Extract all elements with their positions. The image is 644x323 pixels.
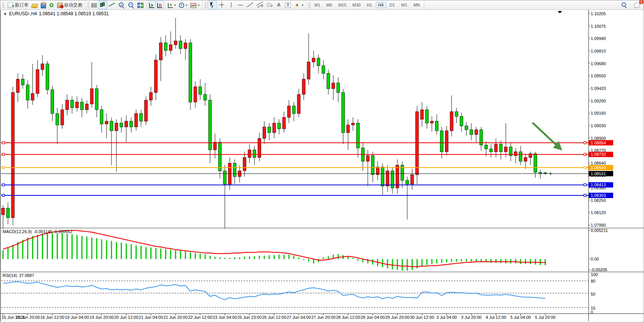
price-axis-label: 1.09030: [591, 123, 606, 128]
bar-chart-icon: [92, 3, 96, 8]
toolbar-group-right: 1: [618, 0, 644, 10]
level-handle-left[interactable]: [2, 194, 5, 197]
level-handle-right[interactable]: [584, 142, 586, 144]
arrows-button[interactable]: ◆▾: [292, 1, 305, 9]
candle-body: [31, 93, 34, 100]
timeframe-button-m15[interactable]: M15: [336, 2, 349, 8]
fibonacci-button[interactable]: F: [265, 1, 274, 9]
new-order-button[interactable]: 新订单: [5, 1, 30, 9]
auto-trading-icon: [57, 3, 63, 8]
price-level-badge-text: 1.08303: [591, 193, 606, 198]
timeframe-button-h1[interactable]: H1: [364, 2, 375, 8]
navigator-button[interactable]: [48, 1, 56, 9]
market-watch-button[interactable]: [30, 1, 39, 9]
time-axis-label: 21 Jun 20:00: [163, 315, 188, 320]
candle-body: [287, 106, 290, 117]
zoom-in-button[interactable]: [117, 1, 126, 9]
candle-body: [282, 117, 285, 129]
level-handle-left[interactable]: [2, 184, 5, 186]
line-chart-icon: [109, 2, 115, 8]
timeframe-button-w1[interactable]: W1: [399, 2, 410, 8]
auto-scroll-button[interactable]: [148, 1, 156, 9]
cursor-button[interactable]: [207, 1, 217, 9]
periods-button[interactable]: ▾: [177, 1, 189, 9]
zoom-out-button[interactable]: [126, 1, 136, 9]
candle-body: [145, 100, 148, 121]
tile-windows-button[interactable]: [136, 1, 145, 9]
price-level-badge-text: 1.08732: [591, 152, 606, 157]
time-axis-label: 5 Jul 20:00: [535, 315, 556, 320]
fibonacci-icon: F: [266, 2, 273, 8]
time-axis-label: 30 Jun 12:00: [410, 315, 434, 320]
line-chart-button[interactable]: [107, 1, 117, 9]
zoom-out-icon: [128, 2, 134, 8]
level-handle-left[interactable]: [2, 166, 5, 169]
timeframe-button-m1[interactable]: M1: [312, 2, 323, 8]
candle-body: [263, 127, 266, 138]
candle-body: [135, 114, 138, 127]
candle-body: [445, 131, 448, 152]
bar-chart-button[interactable]: [90, 1, 98, 9]
candle-body: [189, 43, 192, 102]
candle-body: [154, 60, 157, 93]
candle-body: [179, 41, 182, 48]
toolbar-group-indicators: ▾ ▾ ▾: [165, 0, 202, 10]
timeframe-button-mn[interactable]: MN: [411, 2, 422, 8]
search-button[interactable]: [619, 1, 629, 9]
candle-body: [337, 83, 340, 93]
cursor-icon: [209, 2, 215, 8]
timeframe-button-m30[interactable]: M30: [350, 2, 363, 8]
toolbar-grip[interactable]: [204, 2, 207, 8]
candle-body: [115, 123, 118, 131]
price-axis-label: 1.07990: [591, 223, 606, 227]
candle-body: [214, 142, 217, 150]
price-axis-label: 1.08250: [591, 198, 606, 203]
toolbar-grip[interactable]: [308, 2, 311, 8]
data-window-button[interactable]: [39, 1, 48, 9]
candle-body: [100, 110, 103, 124]
horizontal-line-button[interactable]: [236, 1, 245, 9]
trendline-button[interactable]: [245, 1, 255, 9]
text-button[interactable]: A: [274, 1, 284, 9]
candle-body: [327, 74, 330, 89]
price-axis-label: 1.08640: [591, 161, 606, 165]
candle-body: [268, 127, 271, 133]
chevron-down-icon[interactable]: ▼: [3, 12, 7, 16]
level-handle-left[interactable]: [2, 142, 5, 144]
price-axis-label: 1.10205: [591, 11, 606, 16]
templates-button[interactable]: ▾: [189, 1, 201, 9]
candle-body: [499, 144, 502, 152]
candle-body: [209, 100, 212, 150]
toolbar-grip[interactable]: [87, 2, 89, 8]
level-handle-right[interactable]: [584, 153, 586, 155]
candle-body: [332, 83, 335, 89]
candle-body: [140, 114, 143, 121]
price-axis-label: 1.09550: [591, 74, 606, 78]
timeframe-button-m5[interactable]: M5: [324, 2, 335, 8]
time-axis-label: 19 Jun 20:00: [89, 315, 114, 320]
time-axis-label: 28 Jun 12:00: [336, 315, 360, 320]
price-axis-label: 1.09680: [591, 61, 606, 66]
vertical-line-button[interactable]: [226, 1, 236, 9]
chat-button[interactable]: 1: [633, 1, 641, 9]
timeframe-button-h4[interactable]: H4: [376, 2, 386, 8]
level-handle-right[interactable]: [584, 194, 586, 197]
add-indicator-button[interactable]: ▾: [166, 1, 177, 9]
text-label-button[interactable]: T: [284, 1, 292, 9]
channel-button[interactable]: E: [255, 1, 265, 9]
level-handle-right[interactable]: [584, 166, 586, 169]
level-handle-right[interactable]: [584, 184, 586, 186]
candle-body: [85, 104, 88, 110]
auto-trading-button[interactable]: 自动交易: [56, 1, 84, 9]
crosshair-button[interactable]: [217, 1, 226, 9]
chart-shift-button[interactable]: [156, 1, 164, 9]
toolbar-grip[interactable]: [2, 2, 5, 8]
template-icon: [190, 3, 196, 8]
level-handle-left[interactable]: [2, 153, 5, 155]
candle-body: [277, 123, 281, 129]
timeframe-button-d1[interactable]: D1: [387, 2, 398, 8]
candle-body: [371, 155, 374, 174]
chart-surface[interactable]: 1.102051.100751.099401.098101.096801.095…: [0, 0, 644, 323]
candlestick-chart-button[interactable]: [98, 1, 107, 9]
chat-icon: [634, 3, 640, 8]
